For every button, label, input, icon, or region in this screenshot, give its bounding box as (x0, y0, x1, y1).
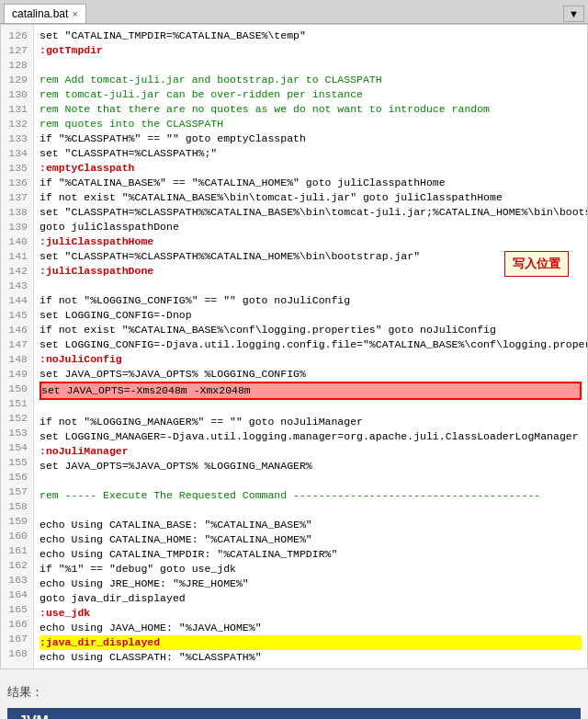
code-content[interactable]: set "CATALINA_TMPDIR=%CATALINA_BASE%\tem… (34, 25, 587, 668)
line-number: 148 (5, 352, 28, 367)
line-number: 155 (5, 455, 28, 470)
line-number: 167 (5, 632, 28, 646)
line-number: 129 (5, 73, 28, 87)
code-line: if "%CLASSPATH%" == "" goto emptyClasspa… (40, 131, 582, 146)
jvm-title: JVM (7, 708, 581, 719)
line-number: 153 (5, 426, 28, 440)
code-line: set JAVA_OPTS=-Xms2048m -Xmx2048m (40, 382, 582, 400)
line-number: 138 (5, 205, 28, 220)
code-line: if not exist "%CATALINA_BASE%\conf\loggi… (40, 323, 582, 337)
annotation-box: 写入位置 (504, 251, 569, 277)
line-number: 152 (5, 411, 28, 426)
code-line: set JAVA_OPTS=%JAVA_OPTS% %LOGGING_MANAG… (40, 459, 582, 474)
line-number: 132 (5, 117, 28, 131)
line-number: 147 (5, 337, 28, 352)
code-line: rem Note that there are no quotes as we … (40, 102, 582, 117)
result-label: 结果： (7, 684, 581, 701)
line-number: 164 (5, 588, 28, 602)
line-number: 136 (5, 176, 28, 190)
line-number: 135 (5, 161, 28, 176)
line-numbers: 1261271281291301311321331341351361371381… (1, 25, 34, 668)
line-number: 150 (5, 382, 28, 396)
code-line: rem tomcat-juli.jar can be over-ridden p… (40, 87, 582, 102)
line-number: 137 (5, 190, 28, 205)
line-number: 156 (5, 470, 28, 485)
code-line: set "CLASSPATH=%CLASSPATH%%CATALINA_BASE… (40, 205, 582, 220)
code-line: if not "%LOGGING_MANAGER%" == "" goto no… (40, 415, 582, 429)
tab-dropdown-button[interactable]: ▼ (563, 6, 584, 22)
code-line: :juliClasspathHome (40, 234, 582, 249)
code-line: :juliClasspathDone (40, 264, 582, 279)
code-line: set "CLASSPATH=%CLASSPATH%;" (40, 146, 582, 161)
line-number: 149 (5, 367, 28, 382)
code-line (40, 503, 582, 518)
tab-close-icon[interactable]: × (72, 8, 77, 19)
line-number: 159 (5, 514, 28, 529)
code-line: rem Add tomcat-juli.jar and bootstrap.ja… (40, 73, 582, 87)
code-line: set LOGGING_MANAGER=-Djava.util.logging.… (40, 429, 582, 444)
line-number: 127 (5, 43, 28, 58)
code-line: set LOGGING_CONFIG=-Djava.util.logging.c… (40, 337, 582, 352)
line-number: 151 (5, 396, 28, 411)
code-line: :noJuliConfig (40, 352, 582, 367)
line-number: 168 (5, 646, 28, 661)
code-line: rem quotes into the CLASSPATH (40, 117, 582, 131)
code-line: echo Using JRE_HOME: "%JRE_HOME%" (40, 576, 582, 591)
code-line: if "%CATALINA_BASE%" == "%CATALINA_HOME%… (40, 176, 582, 190)
code-editor: 写入位置 12612712812913013113213313413513613… (0, 24, 588, 669)
line-number: 130 (5, 87, 28, 102)
code-line (40, 58, 582, 73)
code-line (40, 474, 582, 488)
line-number: 133 (5, 131, 28, 146)
line-number: 160 (5, 529, 28, 543)
code-line: :noJuliManager (40, 444, 582, 459)
line-number: 145 (5, 308, 28, 323)
code-area: 1261271281291301311321331341351361371381… (1, 25, 587, 668)
tab-bar: catalina.bat × ▼ (0, 0, 588, 24)
result-section: 结果： JVM Free memory: 1632.76 MB Total me… (7, 684, 581, 719)
code-line (40, 279, 582, 293)
code-line: echo Using CLASSPATH: "%CLASSPATH%" (40, 650, 582, 665)
code-line: goto java_dir_displayed (40, 591, 582, 606)
line-number: 143 (5, 279, 28, 293)
line-number: 141 (5, 249, 28, 264)
code-line: :emptyClasspath (40, 161, 582, 176)
code-line: rem ----- Execute The Requested Command … (40, 488, 582, 503)
line-number: 158 (5, 499, 28, 514)
code-line: echo Using CATALINA_BASE: "%CATALINA_BAS… (40, 518, 582, 532)
code-line: echo Using CATALINA_HOME: "%CATALINA_HOM… (40, 532, 582, 547)
code-line: set "CLASSPATH=%CLASSPATH%%CATALINA_HOME… (40, 249, 582, 264)
line-number: 154 (5, 440, 28, 455)
code-line: :gotTmpdir (40, 43, 582, 58)
code-line: if not "%LOGGING_CONFIG%" == "" goto noJ… (40, 293, 582, 308)
line-number: 139 (5, 220, 28, 234)
code-line: set "CATALINA_TMPDIR=%CATALINA_BASE%\tem… (40, 29, 582, 43)
line-number: 146 (5, 323, 28, 337)
line-number: 144 (5, 293, 28, 308)
code-line: :java_dir_displayed (40, 635, 582, 650)
line-number: 166 (5, 617, 28, 632)
code-line: echo Using CATALINA_TMPDIR: "%CATALINA_T… (40, 547, 582, 562)
line-number: 131 (5, 102, 28, 117)
line-number: 157 (5, 485, 28, 499)
code-line: :use_jdk (40, 606, 582, 621)
line-number: 161 (5, 543, 28, 558)
code-line: goto juliClasspathDone (40, 220, 582, 234)
code-line (40, 400, 582, 415)
line-number: 140 (5, 234, 28, 249)
line-number: 162 (5, 558, 28, 573)
code-line: set LOGGING_CONFIG=-Dnop (40, 308, 582, 323)
catalina-tab[interactable]: catalina.bat × (4, 4, 86, 23)
line-number: 163 (5, 573, 28, 588)
code-line: if not exist "%CATALINA_BASE%\bin\tomcat… (40, 190, 582, 205)
code-line: if "%1" == "debug" goto use_jdk (40, 562, 582, 576)
line-number: 134 (5, 146, 28, 161)
line-number: 165 (5, 602, 28, 617)
line-number: 142 (5, 264, 28, 279)
line-number: 126 (5, 29, 28, 43)
line-number: 128 (5, 58, 28, 73)
tab-label: catalina.bat (12, 7, 68, 20)
code-line: set JAVA_OPTS=%JAVA_OPTS% %LOGGING_CONFI… (40, 367, 582, 382)
code-line: echo Using JAVA_HOME: "%JAVA_HOME%" (40, 621, 582, 635)
